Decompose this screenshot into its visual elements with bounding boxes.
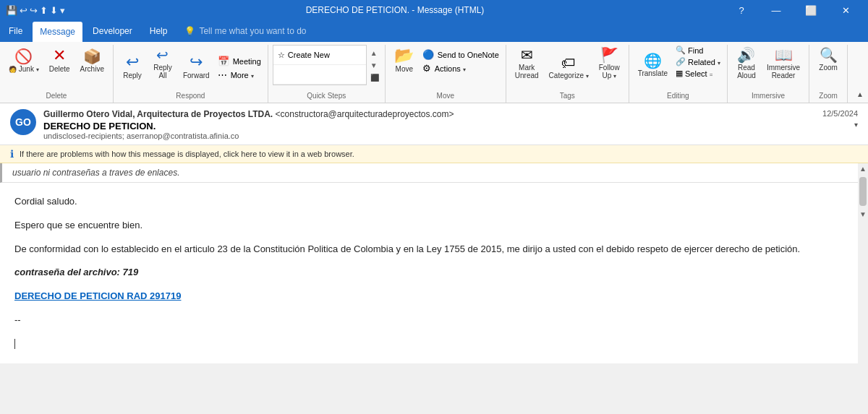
find-button[interactable]: 🔍 Find (673, 45, 723, 56)
scroll-thumb[interactable] (859, 177, 867, 206)
related-icon: 🔗 (676, 57, 686, 66)
ribbon-group-move: 📂 Move 🔵 Send to OneNote ⚙ Actions ▾ Mov… (386, 45, 506, 103)
restore-button[interactable]: ⬜ (794, 0, 827, 20)
help-icon[interactable]: ? (725, 0, 758, 20)
ribbon-group-quicksteps: ☆ Create New ▲ ▼ ⬛ Quick Steps (268, 45, 386, 103)
categorize-label: Categorize ▾ (549, 72, 589, 79)
quick-steps-list: ☆ Create New (273, 45, 367, 85)
forward-label: Forward (183, 72, 210, 79)
forward-button[interactable]: ↪ Forward (179, 51, 214, 82)
email-warning-banner: usuario ni contraseñas a traves de enlac… (0, 163, 858, 183)
qs-up-arrow[interactable]: ▲ (369, 48, 380, 59)
redo-icon[interactable]: ↪ (30, 5, 38, 16)
read-aloud-button[interactable]: 🔊 ReadAloud (732, 45, 761, 82)
more-button[interactable]: ⋯ More ▾ (216, 69, 263, 81)
ribbon-group-respond: ↩ Reply ↩ ReplyAll ↪ Forward 📅 Meeting ⋯… (114, 45, 268, 103)
scroll-down-arrow[interactable]: ▼ (858, 209, 868, 220)
onenote-label: Send to OneNote (438, 51, 499, 59)
meeting-label: Meeting (233, 57, 261, 66)
reply-label: Reply (123, 72, 142, 79)
sender-avatar: GO (10, 109, 36, 135)
text-cursor (14, 339, 15, 349)
security-warning-text[interactable]: If there are problems with how this mess… (20, 150, 354, 158)
ribbon-collapse-button[interactable]: ▲ (852, 89, 868, 100)
create-new-button[interactable]: ☆ Create New (273, 46, 366, 65)
meeting-button[interactable]: 📅 Meeting (216, 55, 263, 67)
window-controls: ? — ⬜ ✕ (725, 0, 862, 20)
immersive-reader-button[interactable]: 📖 ImmersiveReader (762, 45, 804, 82)
email-meta: Guillermo Otero Vidal, Arquitectura de P… (43, 109, 815, 140)
down-icon[interactable]: ⬇ (50, 5, 58, 16)
recipients-expand-icon[interactable]: ▾ (854, 121, 858, 129)
editing-group-label: Editing (667, 92, 689, 101)
mark-unread-button[interactable]: ✉ MarkUnread (511, 45, 543, 82)
select-button[interactable]: ▦ Select = (673, 68, 723, 79)
qs-expand-arrow[interactable]: ⬛ (369, 72, 380, 83)
follow-up-button[interactable]: 🚩 FollowUp ▾ (595, 45, 624, 82)
menu-help[interactable]: Help (141, 20, 176, 42)
immersive-buttons: 🔊 ReadAloud 📖 ImmersiveReader (732, 45, 804, 82)
password-label: contraseña del archivo: 719 (14, 267, 138, 277)
quicksteps-group-label: Quick Steps (307, 92, 346, 101)
actions-button[interactable]: ⚙ Actions ▾ (420, 62, 501, 74)
respond-buttons: ↩ Reply ↩ ReplyAll ↪ Forward 📅 Meeting ⋯… (118, 45, 263, 82)
save-icon[interactable]: 💾 (6, 5, 17, 16)
zoom-label: Zoom (819, 64, 838, 72)
select-label: Select = (685, 69, 712, 78)
delete-group-label: Delete (46, 92, 67, 101)
line1: Espero que se encuentre bien. (14, 218, 843, 233)
ribbon-group-tags: ✉ MarkUnread 🏷 Categorize ▾ 🚩 FollowUp ▾… (506, 45, 629, 103)
reply-all-button[interactable]: ↩ ReplyAll (148, 45, 177, 82)
menu-file[interactable]: File (0, 20, 31, 42)
mark-unread-icon: ✉ (521, 48, 533, 62)
title-bar-left: 💾 ↩ ↪ ⬆ ⬇ ▾ (6, 5, 65, 16)
up-icon[interactable]: ⬆ (40, 5, 48, 16)
undo-icon[interactable]: ↩ (20, 5, 27, 16)
lightbulb-icon: 💡 (184, 26, 195, 36)
read-aloud-label: ReadAloud (737, 64, 756, 79)
move-group-label: Move (437, 92, 454, 101)
qs-down-arrow[interactable]: ▼ (369, 60, 380, 71)
email-header: GO Guillermo Otero Vidal, Arquitectura d… (0, 103, 868, 145)
related-label: Related ▾ (688, 58, 720, 66)
read-aloud-icon: 🔊 (737, 48, 755, 62)
attachment-link[interactable]: DERECHO DE PETICION RAD 291719 (14, 290, 181, 301)
actions-label: Actions ▾ (435, 64, 466, 73)
reply-button[interactable]: ↩ Reply (118, 51, 147, 82)
email-scroll-wrapper: usuario ni contraseñas a traves de enlac… (0, 163, 868, 414)
more-icon: ⋯ (218, 69, 227, 80)
scroll-up-arrow[interactable]: ▲ (858, 163, 868, 174)
archive-label: Archive (80, 65, 104, 73)
minimize-button[interactable]: — (760, 0, 793, 20)
menu-message[interactable]: Message (33, 22, 82, 42)
find-label: Find (688, 46, 703, 55)
related-button[interactable]: 🔗 Related ▾ (673, 56, 723, 67)
actions-icon: ⚙ (422, 63, 431, 74)
junk-icon: 🚫 (14, 49, 33, 64)
follow-up-icon: 🚩 (600, 48, 618, 62)
tell-me-input[interactable] (199, 26, 329, 36)
menu-developer[interactable]: Developer (84, 20, 141, 42)
sender-email: <constructora@arquitecturadeproyectos.co… (276, 109, 454, 119)
qs-item-2[interactable] (273, 65, 366, 85)
zoom-group-label: Zoom (819, 92, 838, 101)
junk-label: 🧑 Junk ▾ (9, 65, 39, 73)
ribbon-group-zoom: 🔍 Zoom Zoom (809, 45, 848, 103)
translate-icon: 🌐 (644, 53, 662, 68)
close-button[interactable]: ✕ (829, 0, 862, 20)
signature: -- (14, 313, 843, 328)
ribbon-group-delete: 🚫 🧑 Junk ▾ ✕ Delete 📦 Archive Delete (0, 45, 114, 103)
translate-button[interactable]: 🌐 Translate (634, 51, 672, 80)
delete-button[interactable]: ✕ Delete (45, 45, 75, 76)
sender-name: Guillermo Otero Vidal, Arquitectura de P… (43, 109, 273, 119)
archive-button[interactable]: 📦 Archive (76, 46, 109, 76)
send-to-onenote-button[interactable]: 🔵 Send to OneNote (420, 48, 501, 61)
qat-dropdown-icon[interactable]: ▾ (60, 5, 65, 16)
zoom-button[interactable]: 🔍 Zoom (814, 45, 843, 74)
find-icon: 🔍 (676, 46, 686, 55)
zoom-buttons: 🔍 Zoom (814, 45, 843, 74)
junk-button[interactable]: 🚫 🧑 Junk ▾ (4, 46, 43, 76)
window-title: DERECHO DE PETICION. - Message (HTML) (65, 5, 725, 15)
move-button[interactable]: 📂 Move (390, 45, 419, 76)
categorize-button[interactable]: 🏷 Categorize ▾ (545, 53, 593, 82)
